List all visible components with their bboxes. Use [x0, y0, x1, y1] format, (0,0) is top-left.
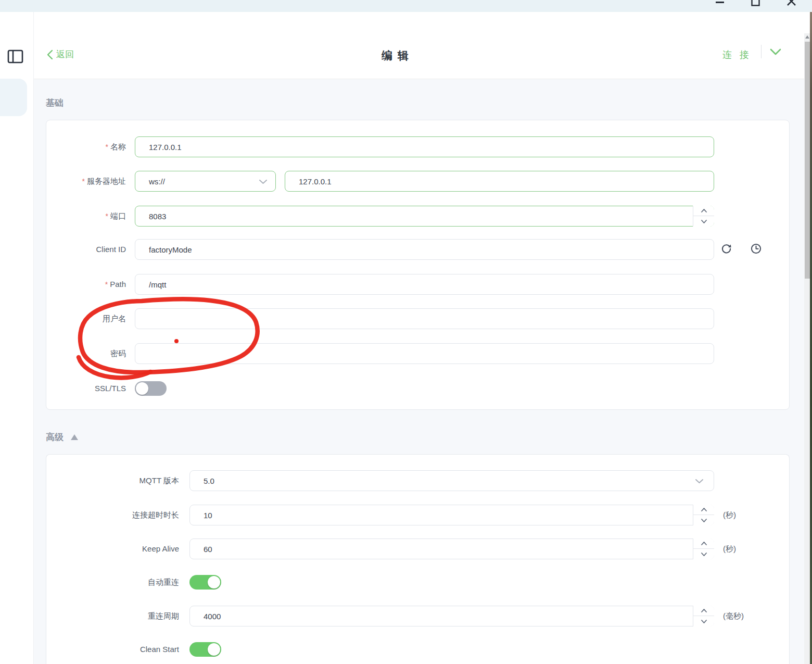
- maximize-icon[interactable]: [751, 0, 760, 6]
- basic-card: *名称 *服务器地址 *端口: [46, 120, 790, 410]
- advanced-card: MQTT 版本 连接超时时长: [46, 454, 790, 664]
- connect-timeout-stepper: [693, 505, 714, 525]
- scrollbar-up-arrow-icon[interactable]: [805, 35, 809, 39]
- keep-alive-increase-button[interactable]: [693, 538, 714, 549]
- name-label: *名称: [46, 136, 126, 157]
- port-label: *端口: [46, 206, 126, 227]
- ssl-label: SSL/TLS: [46, 381, 126, 396]
- form-row-password: 密码: [46, 343, 789, 364]
- mqtt-version-select[interactable]: [189, 470, 714, 491]
- ssl-toggle[interactable]: [135, 381, 167, 396]
- scrollbar-thumb[interactable]: [805, 42, 810, 279]
- keep-alive-label: Keep Alive: [46, 538, 179, 559]
- history-clock-icon[interactable]: [751, 243, 762, 254]
- desktop-background-edge: [810, 12, 812, 664]
- advanced-section-label: 高级: [46, 431, 64, 443]
- back-label: 返回: [56, 48, 74, 60]
- clean-start-label: Clean Start: [46, 642, 179, 657]
- required-mark: *: [105, 280, 108, 289]
- port-stepper: [693, 206, 714, 227]
- clean-start-toggle[interactable]: [189, 642, 221, 657]
- back-button[interactable]: 返回: [47, 48, 74, 60]
- form-row-reconnect-period: 重连周期 (毫秒): [46, 606, 789, 627]
- client-id-label: Client ID: [46, 239, 126, 260]
- keep-alive-unit: (秒): [723, 538, 736, 559]
- form-row-path: *Path: [46, 274, 789, 295]
- page-title: 编 辑: [382, 48, 410, 63]
- form-row-connect-timeout: 连接超时时长 (秒): [46, 505, 789, 525]
- password-label: 密码: [46, 343, 126, 364]
- reconnect-period-unit: (毫秒): [723, 606, 744, 627]
- name-input[interactable]: [135, 136, 714, 157]
- connect-timeout-increase-button[interactable]: [693, 505, 714, 515]
- password-input[interactable]: [135, 343, 714, 364]
- header-divider: [761, 45, 762, 58]
- collapse-triangle-icon[interactable]: [71, 434, 78, 440]
- connect-timeout-label: 连接超时时长: [46, 505, 179, 525]
- required-mark: *: [82, 177, 85, 185]
- client-id-input[interactable]: [135, 239, 714, 260]
- reconnect-period-decrease-button[interactable]: [693, 616, 714, 627]
- form-row-client-id: Client ID: [46, 239, 789, 260]
- auto-reconnect-toggle-knob: [208, 576, 220, 588]
- toggle-sidebar-icon[interactable]: [7, 48, 23, 65]
- connect-timeout-unit: (秒): [723, 505, 736, 525]
- form-row-name: *名称: [46, 136, 789, 157]
- left-sidebar-rail: [0, 12, 34, 664]
- mqtt-version-label: MQTT 版本: [46, 470, 179, 491]
- keep-alive-stepper: [693, 538, 714, 559]
- auto-reconnect-toggle[interactable]: [189, 575, 221, 590]
- keep-alive-decrease-button[interactable]: [693, 549, 714, 559]
- connect-button[interactable]: 连 接: [722, 48, 752, 61]
- username-label: 用户名: [46, 308, 126, 329]
- refresh-client-id-icon[interactable]: [721, 243, 732, 254]
- advanced-section-title: 高级: [46, 431, 78, 443]
- host-label: *服务器地址: [46, 171, 126, 192]
- form-row-port: *端口: [46, 206, 789, 227]
- window-titlebar: [0, 0, 812, 12]
- app-window: 返回 编 辑 连 接 基础 *名称 *服务器地址: [0, 0, 812, 664]
- form-row-mqtt-version: MQTT 版本: [46, 470, 789, 491]
- form-row-keep-alive: Keep Alive (秒): [46, 538, 789, 559]
- minimize-icon[interactable]: [716, 2, 724, 3]
- form-row-host: *服务器地址: [46, 171, 789, 192]
- connect-timeout-decrease-button[interactable]: [693, 515, 714, 525]
- path-label: *Path: [46, 274, 126, 295]
- port-increase-button[interactable]: [693, 206, 714, 216]
- reconnect-period-input[interactable]: [189, 606, 714, 627]
- port-decrease-button[interactable]: [693, 216, 714, 227]
- close-icon[interactable]: [786, 0, 796, 6]
- keep-alive-input[interactable]: [189, 538, 714, 559]
- required-mark: *: [106, 212, 108, 220]
- basic-section-title: 基础: [46, 97, 64, 109]
- username-input[interactable]: [135, 308, 714, 329]
- connect-dropdown-chevron-icon[interactable]: [769, 48, 782, 56]
- reconnect-period-increase-button[interactable]: [693, 606, 714, 616]
- clean-start-toggle-knob: [208, 643, 220, 656]
- back-chevron-icon: [47, 49, 53, 60]
- sidebar-collapsed-panel[interactable]: [0, 79, 27, 116]
- path-input[interactable]: [135, 274, 714, 295]
- basic-section-label: 基础: [46, 97, 64, 109]
- protocol-select[interactable]: [135, 171, 276, 192]
- reconnect-period-label: 重连周期: [46, 606, 179, 627]
- ssl-toggle-knob: [136, 382, 148, 395]
- host-input[interactable]: [285, 171, 714, 192]
- page-header: 返回 编 辑 连 接: [34, 12, 804, 79]
- port-input[interactable]: [135, 206, 714, 227]
- connect-timeout-input[interactable]: [189, 505, 714, 525]
- scrollbar[interactable]: [804, 33, 810, 664]
- auto-reconnect-label: 自动重连: [46, 575, 179, 590]
- required-mark: *: [106, 143, 108, 151]
- reconnect-period-stepper: [693, 606, 714, 627]
- form-row-username: 用户名: [46, 308, 789, 329]
